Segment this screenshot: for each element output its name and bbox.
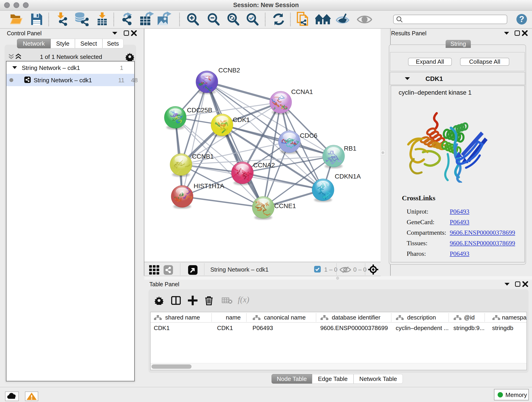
svg-text:CCNB2: CCNB2: [218, 67, 240, 74]
svg-text:CDK1: CDK1: [233, 116, 250, 123]
svg-text:CCNB1: CCNB1: [192, 153, 214, 160]
svg-text:CDC6: CDC6: [300, 132, 317, 139]
svg-text:RB1: RB1: [344, 145, 356, 152]
svg-text:CCNA1: CCNA1: [291, 88, 313, 95]
svg-text:CDKN1A: CDKN1A: [335, 173, 361, 180]
svg-text:CCNA2: CCNA2: [253, 162, 275, 169]
svg-text:CDC25B: CDC25B: [187, 107, 212, 114]
svg-text:CCNE1: CCNE1: [274, 202, 296, 210]
svg-text:HIST1H1A: HIST1H1A: [194, 182, 224, 190]
